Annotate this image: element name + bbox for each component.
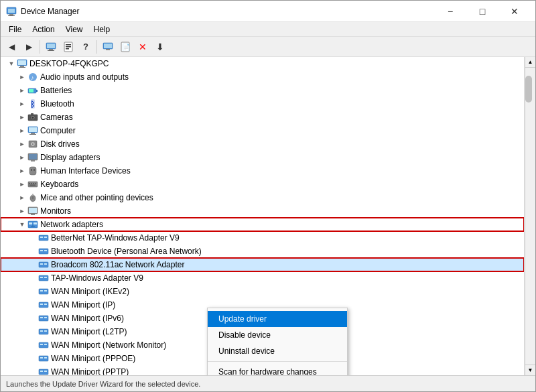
- expand-bluetooth[interactable]: ►: [17, 99, 27, 109]
- computer-icon: [17, 58, 27, 69]
- tree-betternet[interactable]: BetterNet TAP-Windows Adapter V9: [1, 231, 524, 245]
- tree-panel[interactable]: ▼ DESKTOP-4FQKGPC ► ♪: [1, 57, 525, 375]
- menu-bar: File Action View Help: [1, 22, 535, 37]
- expand-betternet: [27, 233, 38, 243]
- tree-mice[interactable]: ► Mice and other pointing devices: [1, 191, 524, 204]
- scroll-up-button[interactable]: ▲: [525, 57, 536, 68]
- svg-rect-79: [44, 304, 47, 305]
- menu-help[interactable]: Help: [88, 22, 116, 37]
- adapter-icon-2: [38, 246, 49, 257]
- tree-tap[interactable]: TAP-Windows Adapter V9: [1, 271, 524, 285]
- svg-text:♪: ♪: [31, 74, 34, 81]
- expand-hid[interactable]: ►: [17, 166, 27, 176]
- tree-cameras[interactable]: ► Cameras: [1, 111, 524, 124]
- svg-rect-69: [40, 263, 43, 265]
- expand-batteries[interactable]: ►: [17, 85, 27, 96]
- tree-monitors[interactable]: ► Monitors: [1, 204, 524, 218]
- svg-rect-9: [66, 44, 71, 46]
- svg-rect-10: [66, 46, 71, 48]
- wan-pptp-label: WAN Miniport (PPTP): [51, 367, 129, 375]
- expand-broadcom: [27, 259, 38, 270]
- display-icon: [27, 152, 38, 163]
- properties-btn[interactable]: [60, 39, 76, 55]
- ctx-update-driver[interactable]: Update driver: [208, 311, 347, 327]
- tree-computer[interactable]: ► Computer: [1, 124, 524, 137]
- svg-rect-84: [40, 330, 43, 332]
- hid-label: Human Interface Devices: [40, 166, 131, 176]
- monitors-label: Monitors: [40, 206, 71, 216]
- monitor-btn[interactable]: [100, 39, 116, 55]
- expand-network[interactable]: ▼: [17, 219, 27, 230]
- tree-bt-device[interactable]: Bluetooth Device (Personal Area Network): [1, 245, 524, 258]
- expand-computer[interactable]: ►: [17, 125, 27, 136]
- adapter-icon-5: [38, 286, 49, 297]
- expand-disk[interactable]: ►: [17, 139, 27, 149]
- expand-mice[interactable]: ►: [17, 192, 27, 203]
- svg-rect-58: [29, 222, 32, 224]
- svg-rect-20: [19, 67, 25, 68]
- svg-rect-1: [8, 9, 15, 13]
- tree-network[interactable]: ▼ Network adapters: [1, 218, 524, 231]
- svg-rect-55: [29, 208, 37, 213]
- tree-keyboards[interactable]: ► Keyboards: [1, 178, 524, 191]
- display-label: Display adapters: [40, 153, 100, 162]
- toolbar-sep-1: [40, 40, 40, 54]
- network-label: Network adapters: [40, 220, 103, 229]
- svg-rect-66: [40, 250, 43, 251]
- ctx-scan-hardware[interactable]: Scan for hardware changes: [208, 364, 347, 375]
- expand-monitors[interactable]: ►: [17, 206, 27, 216]
- cameras-label: Cameras: [40, 113, 73, 122]
- maximize-button[interactable]: □: [467, 1, 498, 22]
- uninstall-btn[interactable]: ✕: [135, 39, 151, 55]
- scroll-thumb[interactable]: [525, 76, 532, 103]
- expand-cameras[interactable]: ►: [17, 112, 27, 123]
- expand-root[interactable]: ▼: [6, 58, 17, 69]
- svg-rect-77: [39, 302, 48, 308]
- window-controls: − □ ✕: [435, 1, 530, 22]
- expand-keyboards[interactable]: ►: [17, 179, 27, 190]
- svg-point-53: [32, 194, 34, 196]
- tree-batteries[interactable]: ► Batteries: [1, 84, 524, 97]
- scan-btn[interactable]: 📄: [117, 39, 133, 55]
- scroll-down-button[interactable]: ▼: [525, 365, 536, 375]
- computer-icon-btn[interactable]: [43, 39, 59, 55]
- tree-bluetooth[interactable]: ► ᛒ Bluetooth: [1, 97, 524, 111]
- svg-rect-25: [29, 89, 34, 92]
- help-btn[interactable]: ?: [78, 39, 94, 55]
- svg-rect-93: [40, 371, 43, 372]
- tree-root[interactable]: ▼ DESKTOP-4FQKGPC: [1, 57, 524, 70]
- adapter-icon-10: [38, 353, 49, 364]
- svg-rect-71: [39, 275, 48, 281]
- svg-point-38: [32, 143, 34, 145]
- svg-rect-24: [36, 90, 38, 92]
- root-label: DESKTOP-4FQKGPC: [29, 59, 109, 68]
- svg-rect-83: [39, 329, 48, 334]
- ctx-disable-device[interactable]: Disable device: [208, 327, 347, 343]
- tree-hid[interactable]: ► Human Interface Devices: [1, 164, 524, 178]
- menu-action[interactable]: Action: [27, 22, 60, 37]
- svg-rect-6: [49, 49, 53, 50]
- tree-wan-ikev2[interactable]: WAN Miniport (IKEv2): [1, 285, 524, 298]
- close-button[interactable]: ✕: [499, 1, 530, 22]
- svg-rect-70: [44, 263, 47, 265]
- svg-rect-5: [47, 44, 55, 48]
- tree-audio[interactable]: ► ♪ Audio inputs and outputs: [1, 70, 524, 84]
- adapter-icon-9: [38, 340, 49, 350]
- menu-view[interactable]: View: [60, 22, 88, 37]
- tree-broadcom[interactable]: Broadcom 802.11ac Network Adapter: [1, 258, 524, 271]
- tree-display[interactable]: ► Display adapters: [1, 151, 524, 164]
- forward-button[interactable]: ▶: [21, 39, 37, 55]
- vertical-scrollbar[interactable]: ▲ ▼: [525, 57, 535, 375]
- back-button[interactable]: ◀: [3, 39, 19, 55]
- tree-disk[interactable]: ► Disk drives: [1, 137, 524, 151]
- keyboards-label: Keyboards: [40, 180, 78, 189]
- monitor-icon: [27, 206, 38, 216]
- menu-file[interactable]: File: [3, 22, 27, 37]
- expand-audio[interactable]: ►: [17, 72, 27, 82]
- ctx-uninstall-device[interactable]: Uninstall device: [208, 343, 347, 359]
- minimize-button[interactable]: −: [435, 1, 466, 22]
- expand-display[interactable]: ►: [17, 152, 27, 163]
- svg-rect-88: [44, 344, 47, 345]
- update-btn[interactable]: ⬇: [152, 39, 168, 55]
- wan-ipv6-label: WAN Miniport (IPv6): [51, 314, 124, 323]
